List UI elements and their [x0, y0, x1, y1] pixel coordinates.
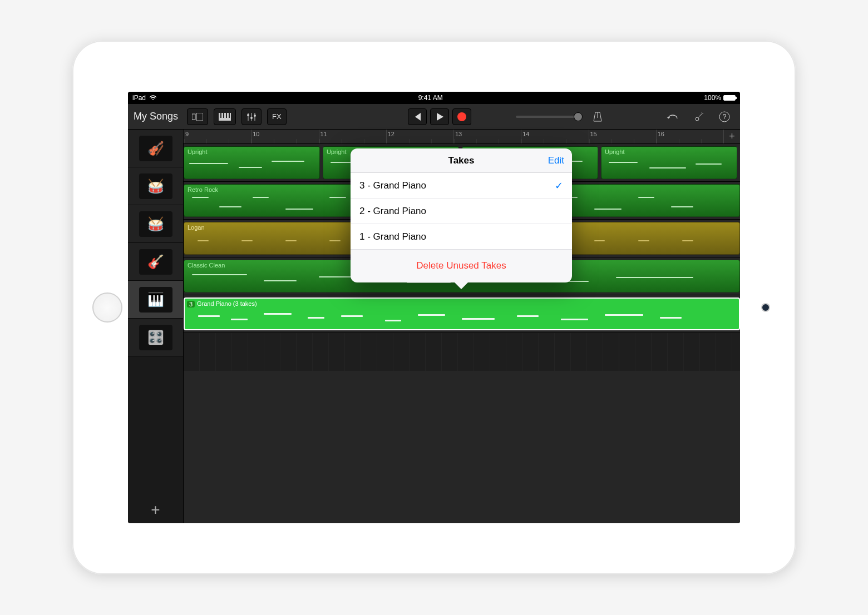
- take-label: 1 - Grand Piano: [359, 231, 426, 242]
- svg-rect-0: [192, 114, 195, 120]
- wifi-icon: [149, 95, 157, 101]
- track-header-logan[interactable]: 🥁: [128, 205, 183, 243]
- track-header-upright[interactable]: 🎻: [128, 130, 183, 167]
- bar-number: 9: [185, 131, 189, 137]
- bar-number: 13: [455, 131, 462, 137]
- status-bar: iPad 9:41 AM 100%: [128, 92, 740, 104]
- delete-unused-takes-button[interactable]: Delete Unused Takes: [416, 260, 506, 271]
- take-item[interactable]: 1 - Grand Piano: [351, 224, 572, 250]
- track-lane-grand-piano[interactable]: 3 Grand Piano (3 takes): [184, 295, 740, 333]
- region-label: Logan: [188, 224, 205, 231]
- fx-button[interactable]: FX: [267, 108, 287, 125]
- guitar-icon: 🎸: [139, 249, 172, 275]
- bar-number: 10: [253, 131, 259, 137]
- track-header-retro-rock[interactable]: 🥁: [128, 167, 183, 205]
- svg-point-9: [254, 115, 256, 117]
- region-label: Classic Clean: [188, 262, 225, 269]
- track-header-grand-piano[interactable]: 🎹: [128, 281, 183, 319]
- region-label: Upright: [327, 148, 346, 155]
- region-label: Upright: [605, 148, 624, 155]
- svg-rect-6: [229, 113, 230, 118]
- bar-ruler[interactable]: 9 10 11 12 13 14 15 16 +: [184, 130, 740, 144]
- bar-number: 11: [320, 131, 327, 137]
- sampler-icon: 🎛️: [139, 325, 172, 350]
- app-screen: iPad 9:41 AM 100% My Songs FX: [128, 92, 740, 523]
- piano-icon: 🎹: [139, 287, 172, 313]
- svg-point-7: [247, 114, 249, 116]
- svg-rect-4: [223, 113, 224, 118]
- instrument-browser-button[interactable]: [214, 108, 236, 125]
- add-section-button[interactable]: +: [723, 130, 740, 143]
- home-button[interactable]: [92, 292, 122, 323]
- svg-rect-1: [196, 113, 203, 121]
- take-label: 2 - Grand Piano: [359, 206, 426, 217]
- region-upright[interactable]: Upright: [601, 146, 737, 179]
- go-to-start-button[interactable]: [408, 108, 427, 125]
- region-grand-piano[interactable]: 3 Grand Piano (3 takes): [184, 297, 740, 330]
- help-button[interactable]: ?: [714, 108, 734, 125]
- bar-number: 14: [522, 131, 529, 137]
- track-controls-button[interactable]: [241, 108, 262, 125]
- track-header-column: 🎻 🥁 🥁 🎸 🎹 🎛️ +: [128, 130, 184, 523]
- edit-takes-button[interactable]: Edit: [548, 155, 564, 166]
- add-track-button[interactable]: +: [128, 497, 183, 523]
- svg-point-8: [250, 117, 253, 119]
- play-button[interactable]: [430, 108, 449, 125]
- take-item[interactable]: 3 - Grand Piano ✓: [351, 173, 572, 199]
- svg-text:?: ?: [723, 113, 727, 121]
- svg-point-10: [696, 117, 699, 121]
- record-button[interactable]: [452, 108, 471, 125]
- battery-percent: 100%: [704, 94, 721, 102]
- empty-grid: [184, 333, 740, 371]
- front-camera: [762, 304, 769, 311]
- drums-icon: 🥁: [139, 173, 172, 199]
- bar-number: 16: [658, 131, 664, 137]
- region-label: Upright: [188, 148, 207, 155]
- settings-button[interactable]: [689, 108, 709, 125]
- view-switch-button[interactable]: [187, 108, 208, 125]
- back-to-songs-button[interactable]: My Songs: [134, 111, 178, 122]
- takes-popover: Takes Edit 3 - Grand Piano ✓ 2 - Grand P…: [351, 148, 572, 282]
- popover-title: Takes: [351, 155, 572, 166]
- drums-icon: 🥁: [139, 211, 172, 237]
- region-upright[interactable]: Upright: [184, 146, 320, 179]
- region-label: Grand Piano (3 takes): [197, 300, 257, 307]
- clock: 9:41 AM: [157, 94, 704, 102]
- ipad-frame: iPad 9:41 AM 100% My Songs FX: [72, 41, 796, 574]
- take-item[interactable]: 2 - Grand Piano: [351, 199, 572, 224]
- track-header-sampler[interactable]: 🎛️: [128, 319, 183, 356]
- bar-number: 15: [590, 131, 597, 137]
- master-volume-slider[interactable]: [516, 116, 583, 118]
- checkmark-icon: ✓: [555, 180, 563, 192]
- take-count-badge: 3: [187, 301, 195, 308]
- loop-button[interactable]: [662, 108, 683, 125]
- battery-icon: [723, 95, 736, 101]
- take-label: 3 - Grand Piano: [359, 180, 426, 191]
- device-label: iPad: [132, 94, 146, 102]
- svg-rect-5: [226, 113, 227, 118]
- track-header-classic-clean[interactable]: 🎸: [128, 243, 183, 281]
- app-toolbar: My Songs FX: [128, 104, 740, 130]
- metronome-button[interactable]: [588, 108, 607, 125]
- region-label: Retro Rock: [188, 186, 218, 193]
- cello-icon: 🎻: [139, 136, 172, 161]
- bar-number: 12: [388, 131, 394, 137]
- svg-rect-3: [220, 113, 221, 118]
